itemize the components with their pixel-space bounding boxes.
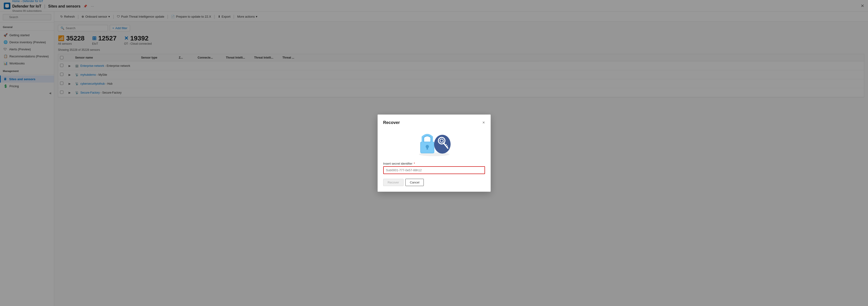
dialog-title: Recover xyxy=(383,120,400,125)
lock-key-svg xyxy=(415,129,453,157)
recover-button[interactable]: Recover xyxy=(383,179,403,186)
dialog-illustration xyxy=(383,129,485,157)
dialog-close-button[interactable]: × xyxy=(483,120,485,125)
dialog-field-label: Insert secret identifier * xyxy=(383,162,485,165)
dialog-header: Recover × xyxy=(383,120,485,125)
dialog-actions: Recover Cancel xyxy=(383,179,485,186)
recover-dialog: Recover × xyxy=(378,114,491,192)
dialog-field-required: * xyxy=(414,162,415,165)
secret-identifier-input[interactable] xyxy=(383,166,485,174)
dialog-field-text: Insert secret identifier xyxy=(383,162,412,165)
svg-rect-3 xyxy=(427,147,428,149)
modal-overlay: Recover × xyxy=(0,0,868,306)
cancel-button[interactable]: Cancel xyxy=(405,179,424,186)
